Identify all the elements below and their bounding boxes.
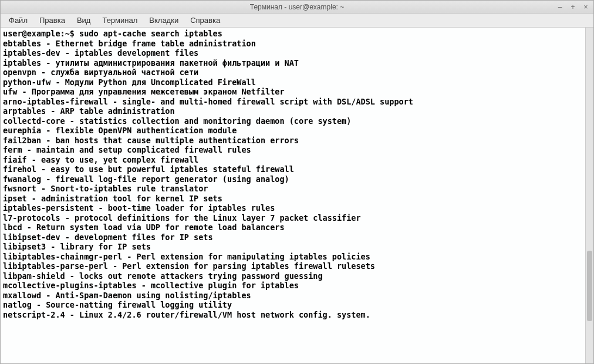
maximize-button[interactable]: + bbox=[569, 3, 577, 11]
terminal-output[interactable]: user@example:~$ sudo apt-cache search ip… bbox=[1, 28, 585, 363]
window-controls: – + × bbox=[556, 3, 590, 11]
menu-tabs[interactable]: Вкладки bbox=[143, 15, 184, 26]
titlebar: Терминал - user@example: ~ – + × bbox=[1, 1, 593, 14]
menu-terminal[interactable]: Терминал bbox=[96, 15, 143, 26]
menubar: Файл Правка Вид Терминал Вкладки Справка bbox=[1, 14, 593, 28]
scrollbar[interactable] bbox=[585, 28, 593, 363]
menu-edit[interactable]: Правка bbox=[33, 15, 71, 26]
terminal-window: Терминал - user@example: ~ – + × Файл Пр… bbox=[0, 0, 594, 364]
window-title: Терминал - user@example: ~ bbox=[250, 3, 344, 11]
terminal-area: user@example:~$ sudo apt-cache search ip… bbox=[1, 28, 593, 363]
scrollbar-thumb[interactable] bbox=[587, 251, 592, 321]
minimize-button[interactable]: – bbox=[556, 3, 564, 11]
close-button[interactable]: × bbox=[582, 3, 590, 11]
menu-help[interactable]: Справка bbox=[184, 15, 226, 26]
menu-view[interactable]: Вид bbox=[71, 15, 97, 26]
menu-file[interactable]: Файл bbox=[3, 15, 33, 26]
